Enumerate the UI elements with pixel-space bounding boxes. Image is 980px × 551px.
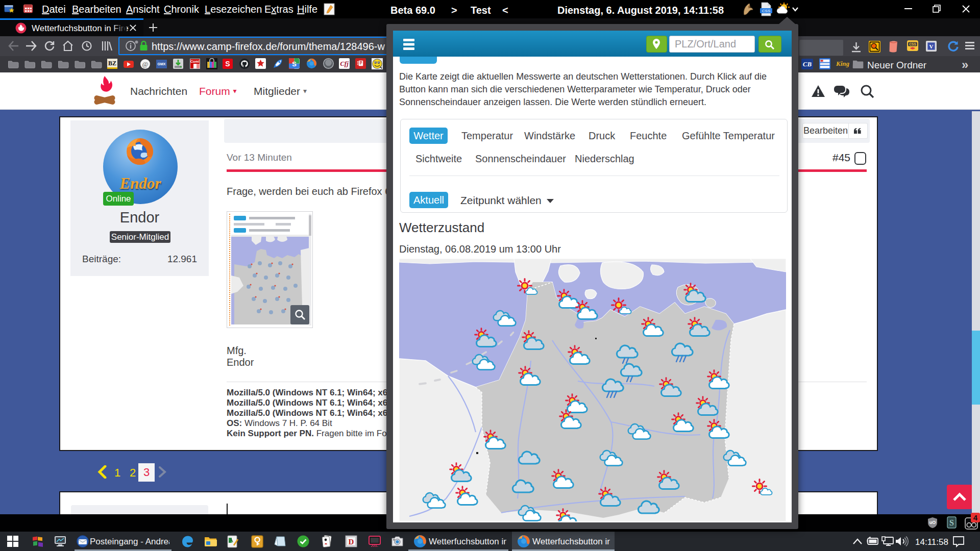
svg-text:CSS: CSS [909, 42, 916, 46]
svg-text:uO: uO [929, 520, 936, 525]
svg-text:V: V [929, 43, 934, 49]
svg-text:CSS: CSS [762, 9, 770, 13]
svg-text:D: D [349, 538, 354, 546]
svg-text:S: S [949, 518, 954, 527]
svg-text:S: S [292, 60, 297, 68]
